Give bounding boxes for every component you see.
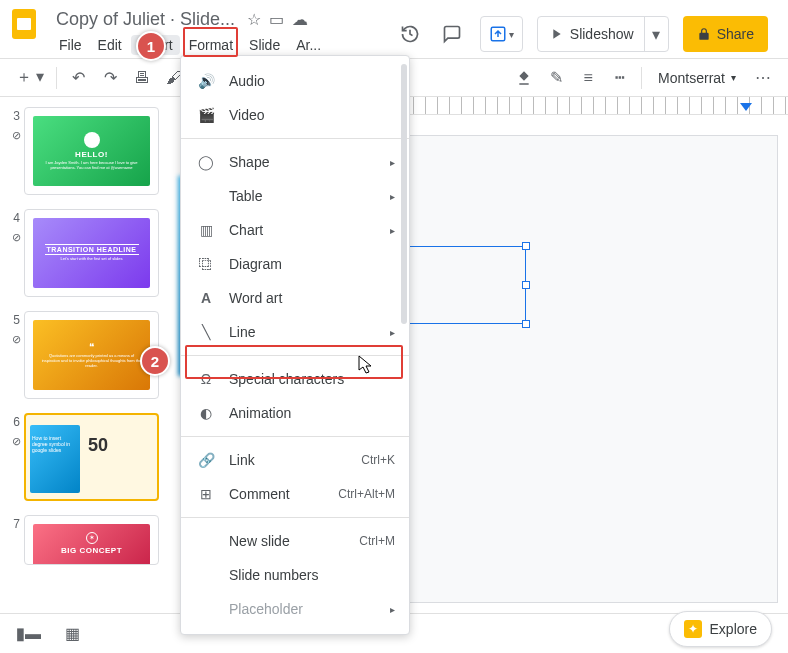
star-icon[interactable]: ☆ bbox=[247, 10, 261, 29]
slide-thumb-5[interactable]: ❝Quotations are commonly printed as a me… bbox=[24, 311, 159, 399]
link-icon: ⊘ bbox=[12, 231, 21, 244]
undo-tool[interactable]: ↶ bbox=[63, 63, 93, 93]
thumb-number: 7 bbox=[8, 515, 20, 565]
insert-placeholder: Placeholder bbox=[181, 592, 409, 626]
menu-arrange[interactable]: Ar... bbox=[289, 35, 328, 55]
share-label: Share bbox=[717, 26, 754, 42]
annotation-rect-insert bbox=[183, 27, 238, 57]
border-weight-tool[interactable]: ≡ bbox=[573, 63, 603, 93]
slideshow-dropdown[interactable]: ▾ bbox=[644, 17, 668, 51]
link-icon: ⊘ bbox=[12, 129, 21, 142]
slide-thumb-3[interactable]: HELLO!I am Jayden Smith. I am here becau… bbox=[24, 107, 159, 195]
insert-chart[interactable]: ▥Chart bbox=[181, 213, 409, 247]
explore-label: Explore bbox=[710, 621, 757, 637]
menu-edit[interactable]: Edit bbox=[91, 35, 129, 55]
font-name: Montserrat bbox=[658, 70, 725, 86]
share-button[interactable]: Share bbox=[683, 16, 768, 52]
slide-thumb-7[interactable]: ✶BIG CONCEPT bbox=[24, 515, 159, 565]
menu-slide[interactable]: Slide bbox=[242, 35, 287, 55]
filmstrip-view-icon[interactable]: ▮▬ bbox=[16, 624, 41, 643]
slideshow-button[interactable]: Slideshow bbox=[538, 26, 644, 42]
slides-logo[interactable] bbox=[12, 8, 36, 40]
resize-handle[interactable] bbox=[522, 242, 530, 250]
insert-diagram[interactable]: ⿻Diagram bbox=[181, 247, 409, 281]
slide-thumb-6[interactable]: How to insert degree symbol in google sl… bbox=[24, 413, 159, 501]
resize-handle[interactable] bbox=[522, 281, 530, 289]
link-icon: ⊘ bbox=[12, 333, 21, 346]
slideshow-label: Slideshow bbox=[570, 26, 634, 42]
insert-line[interactable]: ╲Line bbox=[181, 315, 409, 349]
print-tool[interactable]: 🖶 bbox=[127, 63, 157, 93]
svg-rect-1 bbox=[17, 18, 31, 30]
border-color-tool[interactable]: ✎ bbox=[541, 63, 571, 93]
insert-video[interactable]: 🎬Video bbox=[181, 98, 409, 132]
insert-slide-numbers[interactable]: Slide numbers bbox=[181, 558, 409, 592]
annotation-step-2: 2 bbox=[140, 346, 170, 376]
slide-thumb-4[interactable]: TRANSITION HEADLINELet's start with the … bbox=[24, 209, 159, 297]
menu-file[interactable]: File bbox=[52, 35, 89, 55]
thumb-number: 4 bbox=[8, 209, 20, 297]
insert-link[interactable]: 🔗LinkCtrl+K bbox=[181, 443, 409, 477]
border-dash-tool[interactable]: ┅ bbox=[605, 63, 635, 93]
insert-shape[interactable]: ◯Shape bbox=[181, 145, 409, 179]
insert-table[interactable]: Table bbox=[181, 179, 409, 213]
more-tools[interactable]: ⋯ bbox=[748, 63, 778, 93]
redo-tool[interactable]: ↷ bbox=[95, 63, 125, 93]
comments-icon[interactable] bbox=[438, 20, 466, 48]
thumb-number: 3 bbox=[8, 107, 20, 195]
grid-view-icon[interactable]: ▦ bbox=[65, 624, 80, 643]
cloud-status-icon: ☁ bbox=[292, 10, 308, 29]
mouse-cursor-icon bbox=[358, 355, 374, 379]
font-family-selector[interactable]: Montserrat ▾ bbox=[648, 70, 746, 86]
insert-animation[interactable]: ◐Animation bbox=[181, 396, 409, 430]
resize-handle[interactable] bbox=[522, 320, 530, 328]
history-icon[interactable] bbox=[396, 20, 424, 48]
explore-star-icon: ✦ bbox=[684, 620, 702, 638]
fill-color-tool[interactable] bbox=[509, 63, 539, 93]
insert-wordart[interactable]: AWord art bbox=[181, 281, 409, 315]
insert-comment[interactable]: ⊞CommentCtrl+Alt+M bbox=[181, 477, 409, 511]
explore-button[interactable]: ✦ Explore bbox=[669, 611, 772, 647]
move-folder-icon[interactable]: ▭ bbox=[269, 10, 284, 29]
thumb-number: 5 bbox=[8, 311, 20, 399]
link-icon: ⊘ bbox=[12, 435, 21, 448]
indent-marker-right[interactable] bbox=[740, 103, 752, 111]
thumb-number: 6 bbox=[8, 413, 20, 501]
insert-new-slide[interactable]: New slideCtrl+M bbox=[181, 524, 409, 558]
insert-audio[interactable]: 🔊Audio bbox=[181, 64, 409, 98]
new-slide-tool[interactable]: ＋ ▾ bbox=[10, 63, 50, 93]
annotation-step-1: 1 bbox=[136, 31, 166, 61]
present-up-button[interactable]: ▾ bbox=[480, 16, 523, 52]
